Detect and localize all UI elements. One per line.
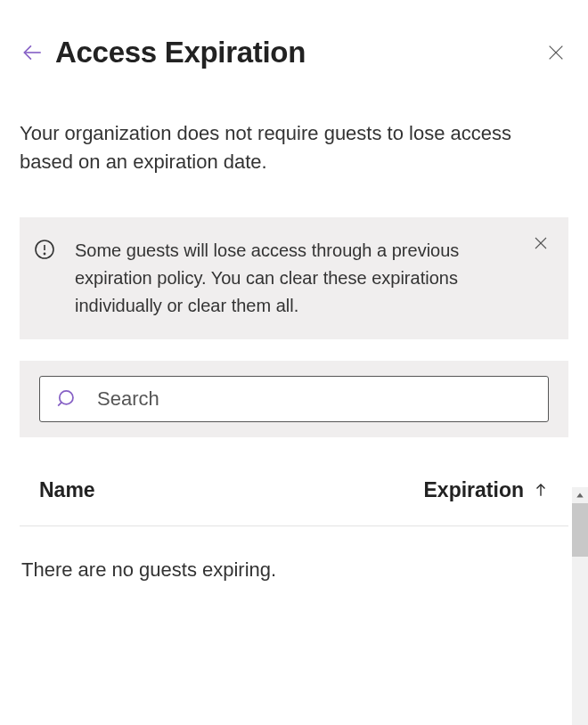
column-header-expiration-label: Expiration [424,478,524,502]
scrollbar-thumb[interactable] [572,503,588,557]
sort-ascending-icon [533,482,549,498]
search-container [20,361,568,437]
table-header: Name Expiration [20,446,568,526]
close-button[interactable] [543,40,568,65]
search-input[interactable] [97,387,532,411]
page-title: Access Expiration [55,36,306,69]
svg-point-8 [60,391,73,404]
column-header-expiration[interactable]: Expiration [424,478,549,502]
arrow-left-icon [20,41,44,64]
info-message: Some guests will lose access through a p… [75,237,551,320]
header-left: Access Expiration [20,36,306,69]
svg-line-9 [58,403,61,406]
description-text: Your organization does not require guest… [20,119,568,176]
back-button[interactable] [20,40,45,65]
chevron-up-icon [576,491,584,500]
access-expiration-panel: Access Expiration Your organization does… [0,0,588,725]
info-banner: Some guests will lose access through a p… [20,217,568,339]
close-icon [546,43,566,62]
scrollbar-up-button[interactable] [572,487,588,503]
empty-state-message: There are no guests expiring. [20,526,568,582]
search-box[interactable] [39,376,549,422]
info-icon [34,239,55,260]
guest-table: Name Expiration There are no guests expi… [20,446,568,582]
info-close-button[interactable] [533,235,551,253]
close-icon [533,235,549,251]
svg-point-5 [44,253,45,254]
search-icon [56,387,79,411]
svg-marker-11 [576,493,584,498]
column-header-name[interactable]: Name [39,478,424,502]
scrollbar[interactable] [572,487,588,725]
panel-header: Access Expiration [20,36,568,69]
